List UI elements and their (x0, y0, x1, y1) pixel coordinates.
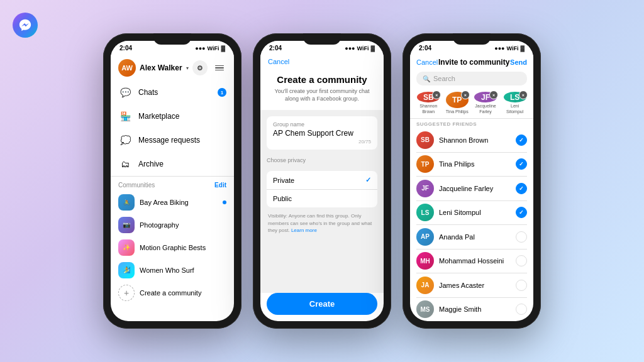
friend-check-circle[interactable] (516, 304, 527, 315)
friend-list-item[interactable]: LSLeni Sitompul (410, 200, 533, 224)
friend-check-circle[interactable] (516, 207, 527, 218)
notch-2 (303, 33, 341, 45)
public-label: Public (273, 195, 292, 202)
community-women-surf[interactable]: 🏄 Women Who Surf (111, 259, 234, 282)
friend-row-name: Shannon Brown (439, 136, 511, 144)
battery-icon: ▓ (221, 45, 225, 52)
selected-friend-tina[interactable]: TP × Tina Philips (446, 92, 469, 114)
friend-row-avatar: MS (416, 300, 434, 318)
friend-list-item[interactable]: MSMaggie Smith (410, 297, 533, 321)
time-2: 2:04 (269, 45, 282, 52)
friend-check-circle[interactable] (516, 134, 527, 146)
create-community-title: Create a community (270, 74, 374, 85)
create-community[interactable]: + Create a community (111, 282, 234, 304)
create-button[interactable]: Create (267, 293, 377, 315)
privacy-label-block: Choose privacy (267, 155, 377, 166)
privacy-private[interactable]: Private ✓ (267, 171, 377, 189)
wifi-icon: WiFi (208, 45, 219, 52)
nav-chats[interactable]: 💬 Chats 1 (111, 80, 234, 104)
friend-row-name: James Acaster (439, 282, 511, 289)
cancel-button[interactable]: Cancel (268, 58, 289, 65)
chats-icon: 💬 (118, 85, 132, 99)
chats-badge: 1 (218, 88, 226, 97)
friend-list-item[interactable]: JAJames Acaster (410, 273, 533, 297)
battery-icon: ▓ (520, 45, 525, 52)
chevron-down-icon: ▾ (186, 65, 189, 71)
friend-avatar-jacqueline: JF × (474, 92, 497, 102)
signal-icons-1: ●●● WiFi ▓ (195, 45, 225, 52)
friend-row-avatar: MH (416, 252, 434, 270)
privacy-public[interactable]: Public (267, 189, 377, 207)
char-count: 20/75 (273, 139, 371, 145)
create-community-subtitle: You'll create your first community chat … (270, 88, 374, 102)
send-button[interactable]: Send (510, 58, 527, 66)
p1-user[interactable]: AW Alex Walker ▾ (118, 59, 189, 77)
remove-friend-icon[interactable]: × (432, 90, 441, 99)
communities-label: Communities (118, 182, 155, 189)
private-label: Private (273, 177, 294, 184)
group-name-block[interactable]: Group name AP Chem Support Crew 20/75 (267, 116, 377, 150)
phones-container: 2:04 ●●● WiFi ▓ AW Alex Walker ▾ ⚙ (103, 33, 541, 329)
selected-friend-leni[interactable]: LS × Leni Sitompul (502, 92, 527, 114)
signal-icons-3: ●●● WiFi ▓ (494, 45, 525, 52)
remove-friend-icon[interactable]: × (489, 90, 498, 99)
community-bay-area-biking[interactable]: 🚴 Bay Area Biking (111, 191, 234, 214)
nav-marketplace[interactable]: 🏪 Marketplace (111, 104, 234, 128)
learn-more-link[interactable]: Learn more (291, 228, 317, 233)
notch-3 (453, 33, 491, 45)
selected-friend-shannon[interactable]: SB × Shannon Brown (416, 92, 441, 114)
friend-check-circle[interactable] (516, 183, 527, 194)
friend-row-name: Tina Philips (439, 160, 511, 168)
menu-icon[interactable] (213, 63, 226, 74)
friend-check-circle[interactable] (516, 158, 527, 170)
nav-chats-label: Chats (138, 88, 158, 97)
remove-friend-icon[interactable]: × (519, 90, 528, 99)
p3-cancel-button[interactable]: Cancel (416, 58, 438, 66)
remove-friend-icon[interactable]: × (461, 90, 470, 99)
suggested-friends-label: SUGGESTED FRIENDS (410, 119, 533, 128)
wifi-icon: WiFi (507, 45, 519, 52)
notch-1 (153, 33, 191, 45)
nav-marketplace-label: Marketplace (138, 112, 179, 121)
communities-edit[interactable]: Edit (214, 182, 226, 189)
friend-list-item[interactable]: MHMohammad Hosseini (410, 249, 533, 273)
search-input[interactable]: Search (433, 75, 455, 82)
nav-archive[interactable]: 🗂 Archive (111, 152, 234, 176)
p1-header: AW Alex Walker ▾ ⚙ (111, 54, 234, 80)
choose-privacy-label: Choose privacy (267, 155, 377, 165)
community-dot (223, 200, 226, 204)
nav-message-requests[interactable]: 💭 Message requests (111, 128, 234, 152)
search-icon: 🔍 (423, 75, 430, 82)
friend-check-circle[interactable] (516, 231, 527, 243)
group-name-label: Group name (273, 121, 371, 128)
friend-check-circle[interactable] (516, 280, 527, 291)
group-name-input[interactable]: AP Chem Support Crew (273, 129, 371, 138)
community-motion-graphic[interactable]: ✨ Motion Graphic Bests (111, 236, 234, 259)
selected-friend-jacqueline[interactable]: JF × Jacqueline Farley (474, 92, 498, 114)
friend-row-avatar: JA (416, 277, 434, 294)
selected-friend-name: Jacqueline Farley (474, 104, 498, 114)
community-photography[interactable]: 📷 Photography (111, 214, 234, 236)
community-name: Women Who Surf (140, 266, 226, 274)
privacy-block[interactable]: Private ✓ Public (267, 171, 377, 207)
create-community-label: Create a community (140, 289, 226, 297)
search-bar[interactable]: 🔍 Search (416, 72, 527, 85)
friend-list-item[interactable]: SBShannon Brown (410, 128, 533, 152)
visibility-text: Visibility: Anyone can find this group. … (267, 212, 377, 234)
friend-check-circle[interactable] (516, 255, 527, 266)
community-avatar: 🏄 (118, 262, 135, 278)
checkmark-icon: ✓ (365, 176, 371, 184)
friend-avatar-tina: TP × (446, 92, 469, 108)
time-3: 2:04 (419, 45, 431, 52)
settings-icon[interactable]: ⚙ (192, 60, 208, 75)
community-avatar: 📷 (118, 217, 135, 233)
friend-row-avatar: LS (416, 204, 434, 221)
communities-header: Communities Edit (111, 177, 234, 191)
friend-list-item[interactable]: TPTina Philips (410, 152, 533, 176)
time-1: 2:04 (119, 45, 132, 52)
p2-form: Group name AP Chem Support Crew 20/75 Ch… (260, 110, 384, 293)
friend-list-item[interactable]: JFJacqueline Farley (410, 177, 533, 200)
friend-list-item[interactable]: APAnanda Pal (410, 225, 533, 249)
invite-community-title: Invite to community (438, 58, 509, 67)
avatar: AW (118, 59, 136, 77)
